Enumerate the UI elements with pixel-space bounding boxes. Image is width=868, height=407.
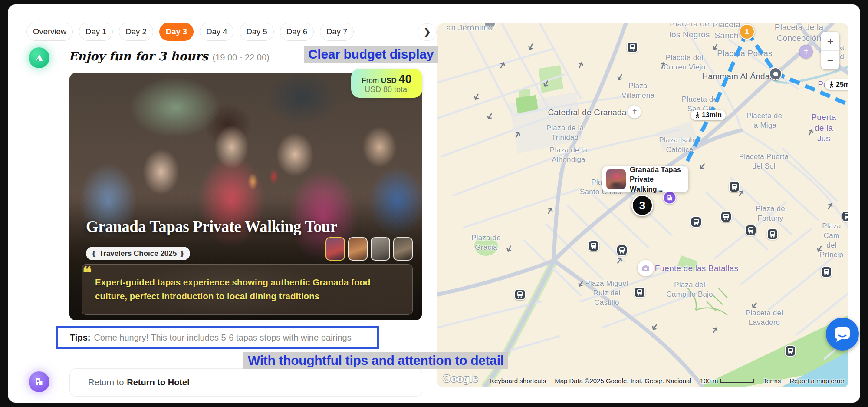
tips-box: Tips: Come hungry! This tour includes 5-… [56,326,379,349]
day-tab[interactable]: Day 5 [240,23,273,41]
bus-stop-icon[interactable] [690,216,702,228]
tips-label: Tips: [70,333,90,343]
bus-stop-icon[interactable] [785,345,796,357]
photo-thumbnail[interactable] [326,237,345,261]
bus-stop-icon[interactable] [616,245,628,256]
laurel-right-icon: ❵ [179,250,185,258]
price-currency: USD [381,76,397,85]
laurel-left-icon: ❴ [91,250,97,258]
zoom-out-button[interactable]: − [821,51,839,69]
bus-stop-icon[interactable] [627,42,638,53]
walking-person-icon [695,112,700,119]
terms-link[interactable]: Terms [763,377,781,384]
building-icon [34,377,44,387]
tabs-scroll-right-button[interactable]: ❯ [418,23,437,41]
activity-header: Enjoy fun for 3 hours (19:00 - 22:00) [69,50,270,63]
timeline-connector [39,70,39,372]
tour-popup-title: Granada Tapas Private Walking... [630,165,684,194]
stop-marker-3[interactable]: 3 [631,195,653,216]
map-scale-label: 100 m [700,377,718,384]
tips-text: Come hungry! This tour includes 5-6 tapa… [94,333,351,343]
itinerary-panel: Overview Day 1 Day 2 Day 3 Day 4 Day 5 D… [8,4,860,403]
mountain-icon [34,53,44,63]
award-badge: ❴ Travelers Choice 2025 ❵ [86,247,190,260]
bus-stop-icon[interactable] [821,266,832,278]
cathedral-icon[interactable]: ✝ [628,105,641,119]
activity-card[interactable]: From USD 40 USD 80 total Granada Tapas P… [69,73,422,320]
google-logo: Google [443,373,478,385]
photo-thumbnail[interactable] [348,237,368,261]
tour-map-popup[interactable]: Granada Tapas Private Walking... [602,166,688,192]
church-icon[interactable]: ✝ [799,45,813,59]
fountain-photo-pin-icon[interactable] [638,260,654,276]
keyboard-shortcuts-link[interactable]: Keyboard shortcuts [490,377,546,384]
map-scale: 100 m [700,377,755,384]
annotation-tips: With thoughtful tips and attention to de… [243,352,508,369]
chat-button[interactable] [826,318,859,351]
award-badge-label: Travelers Choice 2025 [99,249,177,258]
camera-icon [642,265,650,271]
hotel-node-icon [29,371,49,392]
quote-box: Expert-guided tapas experience showing a… [82,264,413,315]
tour-title: Granada Tapas Private Walking Tour [86,217,337,236]
activity-node-icon [29,47,49,68]
bus-stop-icon[interactable] [634,287,645,298]
day-tab[interactable]: Day 4 [200,23,233,41]
stop-marker-1[interactable]: 1 [739,24,755,40]
day-tab[interactable]: Day 7 [320,23,354,41]
zoom-in-button[interactable]: + [821,32,839,50]
return-destination: Return to Hotel [127,377,189,387]
photo-thumbnail[interactable] [371,237,390,261]
bus-stop-icon[interactable] [745,225,756,236]
bus-stop-icon[interactable] [720,211,732,222]
map-data-copyright: Map Data ©2025 Google, Inst. Geogr. Naci… [555,377,691,384]
day-tab[interactable]: Day 6 [280,23,314,41]
chat-bubble-icon [834,326,851,342]
activity-title: Enjoy fun for 3 hours [69,50,208,63]
price-from-label: From [362,76,379,85]
quote-icon: ❝ [82,262,92,283]
day-tab[interactable]: Overview [26,23,73,41]
day-tab[interactable]: Day 2 [119,23,153,41]
building-icon [666,194,673,201]
price-total: USD 80 total [351,85,422,94]
map-scale-bar [720,379,754,383]
day-tab[interactable]: Day 1 [79,23,113,41]
map[interactable]: an Jerónimo Placeta de los Negros Placet… [437,23,848,387]
price-from-line: From USD 40 [351,73,422,86]
walk-time-badge: 25m [825,79,848,90]
day-tabs: Overview Day 1 Day 2 Day 3 Day 4 Day 5 D… [26,23,354,41]
quote-text: Expert-guided tapas experience showing a… [95,275,401,303]
map-zoom-controls: + − [821,32,839,69]
bus-stop-icon[interactable] [588,240,599,251]
annotation-budget: Clear budget display [304,46,438,63]
chevron-right-icon: ❯ [423,26,431,37]
map-attribution: Keyboard shortcuts Map Data ©2025 Google… [490,377,845,384]
activity-time-range: (19:00 - 22:00) [212,53,269,63]
report-map-error-link[interactable]: Report a map error [789,377,845,384]
bus-stop-icon[interactable] [514,289,526,300]
photo-thumbnail[interactable] [393,237,413,261]
return-prefix: Return to [88,377,124,387]
tour-popup-thumbnail [606,169,626,189]
photo-thumbnails [326,237,413,261]
day-tab[interactable]: Day 3 [159,23,194,41]
walking-person-icon [829,81,834,88]
walk-time-badge: 13min [691,110,726,120]
bus-stop-icon[interactable] [767,228,778,240]
hammam-pin-icon[interactable] [769,67,782,80]
price-amount: 40 [399,73,412,86]
walk-time-label: 13min [702,111,722,119]
price-badge: From USD 40 USD 80 total [351,69,422,98]
walk-time-label: 25m [836,81,848,89]
route-segment-a [676,32,747,182]
bus-stop-icon[interactable] [842,211,848,222]
bus-stop-icon[interactable] [729,181,740,192]
return-card[interactable]: Return to Return to Hotel [69,368,422,397]
